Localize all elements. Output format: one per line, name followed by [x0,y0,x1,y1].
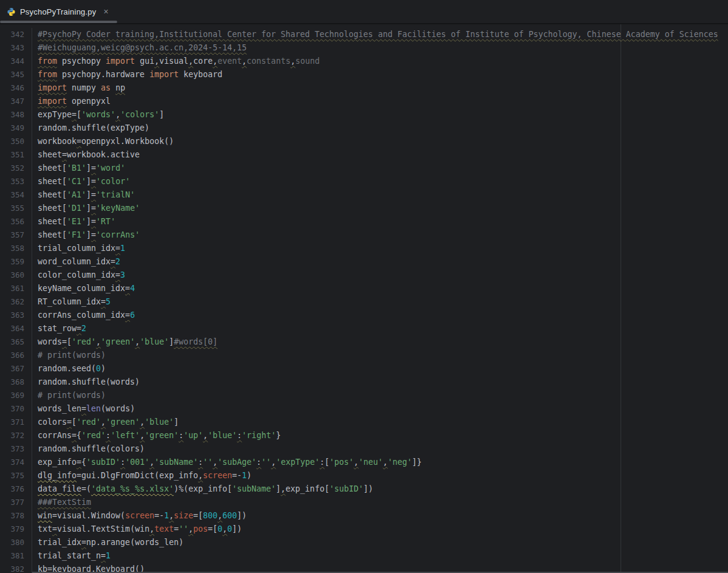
code-line[interactable]: 351sheet=workbook.active [0,148,728,162]
tab-psychopytraining[interactable]: PsychoPyTraining.py × [0,0,117,23]
code-line[interactable]: 352sheet['B1']='word' [0,162,728,175]
code-line[interactable]: 342#PsychoPy Coder training,Institutiona… [0,28,728,41]
line-number[interactable]: 381 [0,549,32,563]
line-number[interactable]: 344 [0,55,32,68]
line-number[interactable]: 350 [0,135,32,148]
code-line[interactable]: 362RT_column_idx=5 [0,295,728,309]
code-line[interactable]: 348expType=['words','colors'] [0,108,728,122]
code-token: [ [67,337,72,346]
code-area: 342#PsychoPy Coder training,Institutiona… [0,24,728,573]
line-number[interactable]: 370 [0,402,32,416]
line-number[interactable]: 380 [0,536,32,549]
active-tab-indicator [0,21,117,23]
code-line[interactable]: 372corrAns={'red':'left','green':'up','b… [0,429,728,442]
line-number[interactable]: 379 [0,523,32,536]
line-number[interactable]: 356 [0,215,32,228]
line-number[interactable]: 364 [0,322,32,335]
code-line[interactable]: 359word_column_idx=2 [0,255,728,269]
line-number[interactable]: 347 [0,95,32,108]
code-line[interactable]: 371colors=['red','green','blue'] [0,416,728,429]
code-token: ]} [412,458,422,467]
code-token: 'data_%s_%s.xlsx' [91,484,174,493]
code-token: visual.Window( [57,511,125,520]
line-number[interactable]: 374 [0,456,32,469]
line-number[interactable]: 367 [0,362,32,376]
line-number[interactable]: 358 [0,242,32,255]
code-line[interactable]: 364stat_row=2 [0,322,728,335]
code-line[interactable]: 358trial_column_idx=1 [0,242,728,255]
code-line[interactable]: 350workbook=openpyxl.Workbook() [0,135,728,148]
code-token: 'blue' [140,337,169,346]
code-line[interactable]: 361keyName_column_idx=4 [0,282,728,295]
code-line[interactable]: 365words=['red','green','blue']#words[0] [0,335,728,349]
code-line[interactable]: 381trial_start_n=1 [0,549,728,563]
line-number[interactable]: 373 [0,442,32,456]
code-line[interactable]: 375dlg_info=gui.DlgFromDict(exp_info,scr… [0,469,728,482]
line-number[interactable]: 368 [0,376,32,389]
code-line[interactable]: 344from psychopy import gui,visual,core,… [0,55,728,68]
code-line[interactable]: 368random.shuffle(words) [0,376,728,389]
code-line[interactable]: 369# print(words) [0,389,728,402]
line-number[interactable]: 345 [0,68,32,81]
code-line[interactable]: 355sheet['D1']='keyName' [0,202,728,215]
line-number[interactable]: 376 [0,482,32,496]
code-line[interactable]: 346import numpy as np [0,81,728,95]
line-number[interactable]: 348 [0,108,32,122]
line-number[interactable]: 366 [0,349,32,362]
line-number[interactable]: 382 [0,563,32,573]
line-number[interactable]: 349 [0,122,32,135]
line-number[interactable]: 359 [0,255,32,269]
code-token: , [354,458,359,467]
code-token: keyName_column_idx [38,284,125,293]
code-line[interactable]: 370words_len=len(words) [0,402,728,416]
code-line[interactable]: 345from psychopy.hardware import keyboar… [0,68,728,81]
line-number[interactable]: 378 [0,509,32,523]
line-number[interactable]: 343 [0,41,32,55]
code-line[interactable]: 373random.shuffle(colors) [0,442,728,456]
code-line[interactable]: 354sheet['A1']='trialN' [0,188,728,202]
line-number[interactable]: 351 [0,148,32,162]
line-number[interactable]: 360 [0,269,32,282]
code-line[interactable]: 363corrAns_column_idx=6 [0,309,728,322]
line-number[interactable]: 353 [0,175,32,188]
code-line[interactable]: 374exp_info={'subID':'001','subName':'',… [0,456,728,469]
line-number[interactable]: 355 [0,202,32,215]
code-line[interactable]: 347import openpyxl [0,95,728,108]
line-number[interactable]: 342 [0,28,32,41]
code-line[interactable]: 343#Weichuguang,weicg@psych.ac.cn,2024-5… [0,41,728,55]
code-token: 2 [115,257,120,266]
code-token: corrAns [38,431,72,440]
line-number[interactable]: 363 [0,309,32,322]
tab-close-icon[interactable]: × [103,7,108,16]
code-token: sheet[ [38,217,67,226]
line-number[interactable]: 369 [0,389,32,402]
code-line[interactable]: 366# print(words) [0,349,728,362]
code-line[interactable]: 356sheet['E1']='RT' [0,215,728,228]
line-number[interactable]: 361 [0,282,32,295]
line-number[interactable]: 357 [0,228,32,242]
line-number[interactable]: 354 [0,188,32,202]
line-number[interactable]: 372 [0,429,32,442]
code-line[interactable]: 360color_column_idx=3 [0,269,728,282]
code-token: = [77,324,81,333]
code-line[interactable]: 357sheet['F1']='corrAns' [0,228,728,242]
code-line[interactable]: 380trial_idx=np.arange(words_len) [0,536,728,549]
line-number[interactable]: 346 [0,81,32,95]
line-number[interactable]: 362 [0,295,32,309]
code-text: random.shuffle(colors) [32,442,728,456]
line-number[interactable]: 371 [0,416,32,429]
line-number[interactable]: 365 [0,335,32,349]
code-token: [ [77,110,81,119]
code-line[interactable]: 378win=visual.Window(screen=-1,size=[800… [0,509,728,523]
line-number[interactable]: 377 [0,496,32,509]
code-line[interactable]: 376data_file=('data_%s_%s.xlsx')%(exp_in… [0,482,728,496]
code-line[interactable]: 379txt=visual.TextStim(win,text='',pos=[… [0,523,728,536]
line-number[interactable]: 375 [0,469,32,482]
code-line[interactable]: 353sheet['C1']='color' [0,175,728,188]
code-line[interactable]: 377###TextStim [0,496,728,509]
line-number[interactable]: 352 [0,162,32,175]
code-token: sound [295,57,319,66]
code-line[interactable]: 349random.shuffle(expType) [0,122,728,135]
code-editor[interactable]: 342#PsychoPy Coder training,Institutiona… [0,24,728,573]
code-line[interactable]: 367random.seed(0) [0,362,728,376]
